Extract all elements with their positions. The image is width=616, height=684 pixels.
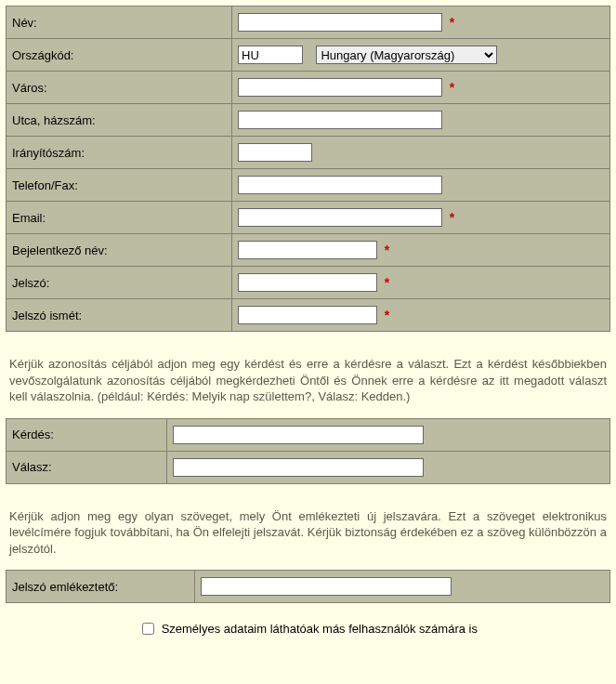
countrycode-input[interactable] bbox=[238, 46, 303, 64]
security-question-info: Kérjük azonosítás céljából adjon meg egy… bbox=[6, 332, 610, 418]
password2-label: Jelszó ismét: bbox=[7, 299, 232, 332]
password-input[interactable] bbox=[238, 273, 377, 292]
answer-input[interactable] bbox=[173, 458, 424, 477]
name-label: Név: bbox=[7, 7, 232, 39]
address-label: Utca, házszám: bbox=[7, 104, 232, 137]
zip-label: Irányítószám: bbox=[7, 137, 232, 169]
answer-label: Válasz: bbox=[7, 451, 167, 483]
required-star: * bbox=[450, 15, 454, 30]
phone-input[interactable] bbox=[238, 176, 442, 194]
city-label: Város: bbox=[7, 72, 232, 104]
city-input[interactable] bbox=[238, 78, 442, 97]
email-label: Email: bbox=[7, 202, 232, 234]
reminder-label: Jelszó emlékeztető: bbox=[7, 571, 195, 603]
required-star: * bbox=[385, 243, 389, 257]
country-select[interactable]: Hungary (Magyarország) bbox=[316, 46, 497, 64]
login-label: Bejelentkező név: bbox=[7, 234, 232, 267]
required-star: * bbox=[450, 80, 454, 95]
required-star: * bbox=[385, 308, 389, 322]
question-input[interactable] bbox=[173, 426, 424, 444]
phone-label: Telefon/Fax: bbox=[7, 169, 232, 202]
question-label: Kérdés: bbox=[7, 418, 167, 451]
password-reminder-table: Jelszó emlékeztető: bbox=[6, 570, 610, 603]
required-star: * bbox=[385, 275, 389, 290]
reminder-input[interactable] bbox=[201, 577, 452, 596]
address-input[interactable] bbox=[238, 111, 442, 129]
password-reminder-info: Kérjük adjon meg egy olyan szöveget, mel… bbox=[6, 484, 610, 571]
registration-form-table: Név: * Országkód: Hungary (Magyarország)… bbox=[6, 6, 610, 332]
required-star: * bbox=[450, 210, 454, 225]
name-input[interactable] bbox=[238, 13, 442, 32]
password-label: Jelszó: bbox=[7, 267, 232, 299]
login-input[interactable] bbox=[238, 241, 377, 259]
visibility-checkbox[interactable] bbox=[142, 623, 154, 635]
security-question-table: Kérdés: Válasz: bbox=[6, 418, 610, 484]
visibility-checkbox-label: Személyes adataim láthatóak más felhaszn… bbox=[162, 622, 478, 636]
zip-input[interactable] bbox=[238, 143, 312, 162]
password2-input[interactable] bbox=[238, 306, 377, 324]
email-input[interactable] bbox=[238, 208, 442, 227]
countrycode-label: Országkód: bbox=[7, 39, 232, 72]
